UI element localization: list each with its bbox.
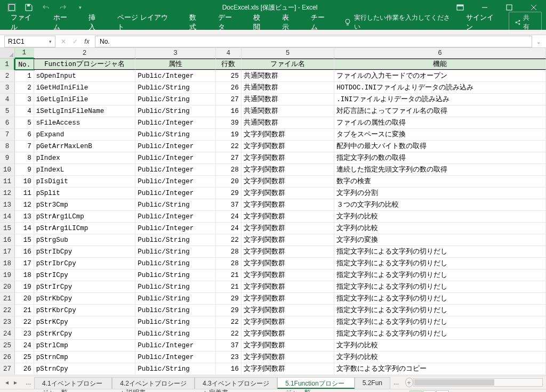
row-header[interactable]: 26 bbox=[0, 352, 15, 363]
row-header[interactable]: 13 bbox=[0, 199, 15, 211]
cell[interactable]: ファイルの入力モードでのオープン bbox=[334, 70, 546, 81]
cell[interactable]: ファイルの属性の取得 bbox=[334, 117, 546, 128]
row-header[interactable]: 5 bbox=[0, 105, 15, 117]
cell[interactable]: 数字の検査 bbox=[334, 176, 546, 187]
cell[interactable]: 文字列関数群 bbox=[242, 293, 335, 304]
cell[interactable]: Public/Integer bbox=[135, 211, 216, 222]
cell[interactable]: Public/Integer bbox=[135, 117, 216, 128]
cell[interactable]: 8 bbox=[15, 152, 34, 164]
cell[interactable]: 18 bbox=[15, 270, 34, 281]
cell[interactable]: 文字列の変換 bbox=[334, 234, 546, 246]
column-header[interactable]: 6 bbox=[334, 48, 546, 59]
cell[interactable]: pStrICpy bbox=[34, 270, 135, 281]
cell[interactable]: 13 bbox=[15, 211, 34, 222]
cell[interactable]: .INIファイルよりデータの読み込み bbox=[334, 94, 546, 105]
cell[interactable]: Public/String bbox=[135, 199, 216, 210]
row-header[interactable]: 15 bbox=[0, 223, 15, 234]
cell[interactable]: 文字列関数群 bbox=[242, 164, 335, 175]
cell[interactable]: 文字列関数群 bbox=[242, 258, 335, 269]
cell[interactable]: Public/String bbox=[135, 281, 216, 292]
cell[interactable]: 指定文字列による文字列の切りだし bbox=[334, 246, 546, 257]
cell[interactable]: 26 bbox=[216, 82, 242, 93]
cell[interactable]: 文字数による文字列のコピー bbox=[334, 363, 546, 374]
cell[interactable]: 37 bbox=[216, 340, 242, 351]
cell[interactable]: 文字列の分割 bbox=[334, 187, 546, 199]
cell[interactable]: 4 bbox=[15, 105, 34, 117]
cell[interactable]: 27 bbox=[216, 152, 242, 164]
cell[interactable]: 文字列関数群 bbox=[242, 176, 335, 187]
tab-nav-prev-icon[interactable]: ▸ bbox=[12, 379, 19, 386]
cell[interactable]: 22 bbox=[216, 234, 242, 246]
row-header[interactable]: 20 bbox=[0, 281, 15, 293]
cell[interactable]: 21 bbox=[216, 270, 242, 281]
cell[interactable]: pIndexL bbox=[34, 164, 135, 175]
cell[interactable]: 文字列関数群 bbox=[242, 223, 335, 234]
cell[interactable]: 文字列の比較 bbox=[334, 211, 546, 222]
cell[interactable]: 指定文字列の数の取得 bbox=[334, 152, 546, 164]
cell[interactable]: iGetHdIniFile bbox=[34, 82, 135, 93]
cell[interactable]: 対応言語によってファイル名の取得 bbox=[334, 105, 546, 117]
cell[interactable]: 文字列関数群 bbox=[242, 281, 335, 292]
worksheet-tab[interactable]: 4.3イベントプロシージャ定義書 bbox=[195, 377, 277, 389]
ribbon-tab-pagelayout[interactable]: ページ レイアウト bbox=[111, 11, 181, 34]
chevron-down-icon[interactable]: ▾ bbox=[49, 39, 52, 44]
cell[interactable]: pStrIrCpy bbox=[34, 281, 135, 292]
cell[interactable]: 20 bbox=[216, 176, 242, 187]
cell[interactable]: 22 bbox=[216, 316, 242, 328]
cell[interactable]: pStrArg1LICmp bbox=[34, 223, 135, 234]
cell[interactable]: pStrArg1LCmp bbox=[34, 211, 135, 222]
cell[interactable]: 指定文字列による文字列の切りだし bbox=[334, 305, 546, 316]
tab-nav-first-icon[interactable]: ◂ bbox=[3, 379, 11, 386]
cell[interactable]: Public/String bbox=[135, 293, 216, 304]
table-header-cell[interactable]: Functionプロシージャ名 bbox=[34, 59, 135, 70]
row-header[interactable]: 7 bbox=[0, 129, 15, 141]
ribbon-tab-file[interactable]: ファイル bbox=[4, 11, 45, 34]
name-box[interactable]: R1C1 ▾ bbox=[4, 36, 55, 47]
ribbon-tab-insert[interactable]: 挿入 bbox=[82, 11, 109, 34]
cell[interactable]: Public/Integer bbox=[135, 70, 216, 81]
cell[interactable]: 29 bbox=[216, 293, 242, 304]
cell[interactable]: 28 bbox=[216, 258, 242, 269]
cell[interactable]: 7 bbox=[15, 141, 34, 152]
cell[interactable]: Public/Integer bbox=[135, 176, 216, 187]
row-header[interactable]: 22 bbox=[0, 305, 15, 316]
cell[interactable]: pStrKbrCpy bbox=[34, 305, 135, 316]
ribbon-tab-home[interactable]: ホーム bbox=[47, 11, 81, 34]
cell[interactable]: pStrIbrCpy bbox=[34, 258, 135, 269]
share-button[interactable]: 共有 bbox=[509, 12, 542, 33]
cell[interactable]: 16 bbox=[216, 105, 242, 117]
cell[interactable]: 共通関数群 bbox=[242, 105, 335, 117]
cell[interactable]: 6 bbox=[15, 129, 34, 140]
cell[interactable]: 連続した指定先頭文字列の数の取得 bbox=[334, 164, 546, 175]
cell[interactable]: 21 bbox=[15, 305, 34, 316]
cell[interactable]: pGetArrMaxLenB bbox=[34, 141, 135, 152]
row-header[interactable]: 1 bbox=[0, 59, 15, 70]
cell[interactable]: 指定文字列による文字列の切りだし bbox=[334, 270, 546, 281]
cell[interactable]: Public/Integer bbox=[135, 340, 216, 351]
tell-me-search[interactable]: 実行したい作業を入力してください bbox=[344, 13, 455, 31]
horizontal-scrollbar[interactable] bbox=[413, 378, 543, 387]
new-sheet-button[interactable]: ＋ bbox=[405, 378, 413, 387]
cell[interactable]: 3 bbox=[15, 94, 34, 105]
cell[interactable]: pStrgSub bbox=[34, 234, 135, 246]
table-header-cell[interactable]: 機能 bbox=[334, 59, 546, 70]
worksheet-tab[interactable]: 4.1イベントプロシージャ一覧 bbox=[34, 377, 112, 389]
row-header[interactable]: 25 bbox=[0, 340, 15, 352]
cell[interactable]: pIsDigit bbox=[34, 176, 135, 187]
cell[interactable]: Public/String bbox=[135, 105, 216, 117]
row-header[interactable]: 19 bbox=[0, 270, 15, 281]
cell[interactable]: pStrnCmp bbox=[34, 352, 135, 363]
cell[interactable]: pStrKbCpy bbox=[34, 293, 135, 304]
cell[interactable]: Public/String bbox=[135, 94, 216, 105]
insert-function-button[interactable]: fx bbox=[81, 38, 93, 45]
cell[interactable]: 共通関数群 bbox=[242, 117, 335, 128]
cell[interactable]: 24 bbox=[15, 340, 34, 351]
cell[interactable]: Public/Integer bbox=[135, 223, 216, 234]
cell[interactable]: 文字列関数群 bbox=[242, 187, 335, 199]
select-all-corner[interactable] bbox=[0, 48, 15, 59]
cell[interactable]: 文字列関数群 bbox=[242, 305, 335, 316]
cell[interactable]: pSplit bbox=[34, 187, 135, 199]
cell[interactable]: 16 bbox=[216, 363, 242, 374]
cell[interactable]: 28 bbox=[216, 164, 242, 175]
formula-bar-input[interactable]: No. ⌄ bbox=[95, 36, 532, 47]
